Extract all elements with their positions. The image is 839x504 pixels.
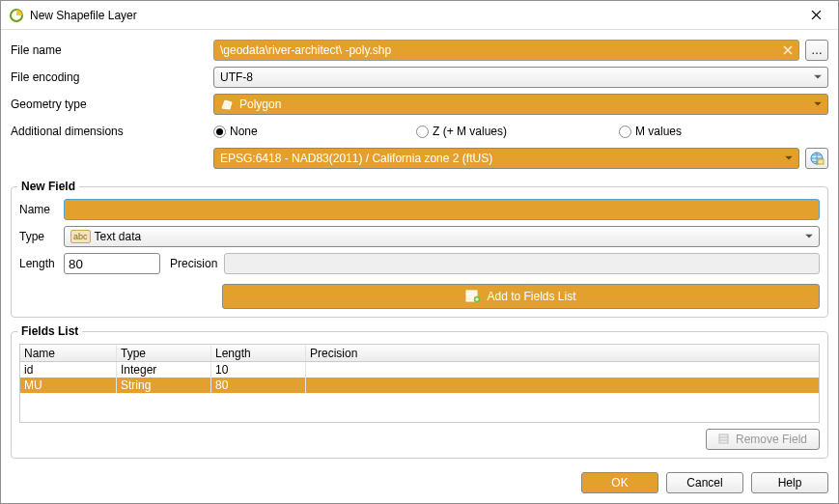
footer: OK Cancel Help (1, 464, 838, 503)
geometry-combo[interactable]: Polygon (213, 94, 828, 115)
fields-list-title: Fields List (17, 324, 82, 338)
new-field-title: New Field (17, 180, 79, 193)
nf-precision-label: Precision (170, 257, 224, 270)
app-icon (9, 8, 24, 23)
table-header: Name Type Length Precision (20, 345, 819, 362)
nf-precision-input (224, 253, 820, 274)
titlebar: New Shapefile Layer (1, 1, 838, 30)
chevron-down-icon (814, 102, 822, 107)
chevron-down-icon (814, 75, 822, 80)
crs-picker-button[interactable] (805, 148, 828, 169)
radio-m[interactable]: M values (619, 125, 682, 138)
new-field-group: New Field Name Type abc Text data Length (11, 186, 828, 318)
col-precision-header[interactable]: Precision (306, 346, 819, 361)
table-row[interactable]: MU String 80 (20, 378, 819, 393)
add-field-icon (465, 290, 481, 303)
nf-length-label: Length (19, 257, 64, 270)
dimensions-label: Additional dimensions (11, 125, 213, 138)
nf-type-label: Type (19, 230, 64, 243)
clear-icon[interactable] (781, 43, 795, 57)
radio-z[interactable]: Z (+ M values) (416, 125, 619, 138)
radio-dot-icon (213, 126, 226, 138)
radio-dot-icon (416, 126, 429, 138)
col-length-header[interactable]: Length (211, 346, 306, 361)
dialog-window: New Shapefile Layer File name \geodata\r… (0, 0, 839, 504)
svg-rect-7 (818, 159, 824, 164)
close-button[interactable] (801, 1, 830, 30)
nf-type-combo[interactable]: abc Text data (64, 226, 820, 247)
filename-input[interactable]: \geodata\river-architect\ -poly.shp (213, 40, 799, 61)
col-name-header[interactable]: Name (20, 346, 117, 361)
browse-button[interactable]: … (805, 40, 828, 61)
globe-icon (809, 151, 825, 166)
nf-length-input[interactable] (64, 253, 160, 274)
nf-name-label: Name (19, 203, 64, 216)
cancel-button[interactable]: Cancel (666, 472, 743, 493)
col-type-header[interactable]: Type (117, 346, 211, 361)
add-to-fields-button[interactable]: Add to Fields List (222, 284, 820, 309)
fields-list-group: Fields List Name Type Length Precision i… (11, 331, 828, 459)
chevron-down-icon (785, 156, 793, 161)
encoding-label: File encoding (11, 70, 213, 84)
polygon-icon (220, 98, 234, 111)
geometry-label: Geometry type (11, 98, 213, 111)
filename-label: File name (11, 43, 213, 57)
window-title: New Shapefile Layer (30, 9, 801, 22)
remove-field-icon (718, 434, 732, 445)
chevron-down-icon (805, 235, 813, 239)
help-button[interactable]: Help (751, 472, 828, 493)
remove-field-button[interactable]: Remove Field (706, 429, 820, 450)
nf-name-input[interactable] (64, 199, 820, 220)
encoding-combo[interactable]: UTF-8 (213, 67, 828, 88)
close-icon (811, 10, 822, 20)
text-type-icon: abc (70, 230, 91, 243)
crs-combo[interactable]: EPSG:6418 - NAD83(2011) / California zon… (213, 148, 799, 169)
fields-table[interactable]: Name Type Length Precision id Integer 10… (19, 344, 820, 423)
svg-rect-14 (719, 434, 728, 443)
svg-marker-5 (222, 100, 232, 109)
radio-dot-icon (619, 126, 631, 138)
ok-button[interactable]: OK (581, 472, 658, 493)
radio-none[interactable]: None (213, 125, 416, 138)
table-row[interactable]: id Integer 10 (20, 362, 819, 378)
